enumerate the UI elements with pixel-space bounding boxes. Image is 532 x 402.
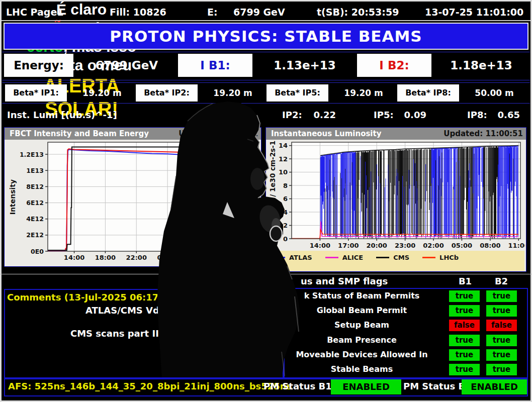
beta-ip2-value: 19.20 m (200, 84, 265, 102)
svg-text:1.2E13: 1.2E13 (20, 151, 44, 158)
energy-short-label: E: (207, 5, 218, 19)
smp-status-badge: true (486, 305, 517, 317)
ip5-value: 0.09 (401, 106, 426, 125)
time-in-stable-beams: t(SB): 20:53:59 (317, 5, 399, 19)
legend-label: LHCb (439, 254, 459, 261)
smp-b1-column-header: B1 (453, 275, 478, 288)
divider (2, 52, 530, 52)
svg-text:14:00: 14:00 (310, 242, 330, 249)
smp-status-badge: true (449, 364, 480, 375)
smp-status-badge: true (486, 335, 517, 346)
svg-text:Intensity: Intensity (9, 179, 17, 215)
energy-value: 6799 GeV (76, 54, 177, 77)
beta-ip1-label-box: Beta* IP1: (5, 84, 67, 102)
ip8-label: IP8: (467, 106, 487, 125)
luminosity-chart-updated: Updated: 11:00:51 (444, 128, 523, 140)
smp-status-badge: true (486, 349, 517, 361)
legend-dash (325, 257, 338, 258)
svg-text:2E12: 2E12 (26, 231, 44, 239)
svg-text:4E12: 4E12 (26, 215, 44, 223)
afs-filling-scheme: AFS: 525ns_146b_144_35_20_8bpi_21inj_800… (8, 378, 292, 394)
beta-ip1-value: 19.20 m (69, 84, 135, 102)
legend-item-lhcb: LHCb (422, 254, 459, 261)
svg-text:0E0: 0E0 (31, 248, 44, 255)
energy-label-box: Energy: (4, 54, 73, 77)
beam-mode-text: PROTON PHYSICS: STABLE BEAMS (5, 24, 527, 49)
smp-b2-column-header: B2 (489, 275, 514, 288)
legend-item-cms: CMS (376, 254, 409, 261)
smp-status-badge: true (449, 305, 480, 317)
pm-status-b2-value: ENABLED (462, 379, 527, 394)
svg-text:02:00: 02:00 (423, 242, 444, 249)
beta-ip5-value: 19.20 m (331, 84, 396, 102)
legend-item-alice: ALICE (325, 254, 364, 261)
legend-dash (422, 257, 435, 258)
svg-text:6E12: 6E12 (26, 199, 44, 207)
pm-status-b1-value: ENABLED (331, 379, 401, 394)
inst-lumi-label: Inst. Lumi [(ub.s)^-1] (7, 106, 117, 125)
page-title: LHC Page1 (6, 5, 64, 19)
thinking-man-silhouette (140, 99, 311, 377)
legend-label: CMS (393, 254, 409, 261)
divider (2, 82, 530, 83)
comments-header: Comments (13-Jul-2025 06:17 (7, 292, 158, 303)
beam1-intensity-value: 1.13e+13 (255, 54, 354, 77)
ip5-label: IP5: (374, 106, 394, 125)
beam1-intensity-label-box: I B1: (178, 54, 252, 77)
beta-ip2-label-box: Beta* IP2: (136, 84, 198, 102)
svg-text:18:00: 18:00 (95, 254, 116, 261)
ip8-value: 0.65 (495, 106, 520, 125)
smp-flags-header: us and SMP flags (301, 275, 388, 288)
lhc-page1-screen: LHC Page1 Fill: 10826 E: 6799 GeV t(SB):… (0, 0, 532, 402)
smp-status-badge: true (486, 290, 517, 302)
smp-status-badge: false (486, 320, 517, 331)
beam2-intensity-label-box: I B2: (357, 54, 431, 77)
fill-number: Fill: 10826 (110, 5, 166, 19)
fbct-chart-title: FBCT Intensity and Beam Energy (10, 128, 149, 140)
beta-ip8-label-box: Beta* IP8: (397, 84, 459, 102)
smp-status-badge: true (449, 335, 480, 346)
energy-short-value: 6799 GeV (233, 5, 285, 19)
pm-status-b1-label: PM Status B1 (263, 378, 332, 394)
datetime: 13-07-25 11:01:00 (425, 5, 523, 19)
legend-label: ALICE (342, 254, 364, 261)
beta-ip8-value: 50.00 m (462, 84, 527, 102)
svg-text:8E12: 8E12 (26, 183, 44, 190)
svg-text:1E13: 1E13 (26, 167, 44, 174)
svg-text:11:00: 11:00 (508, 242, 525, 249)
wrist-watch (270, 226, 282, 241)
beam-mode-banner: PROTON PHYSICS: STABLE BEAMS (4, 23, 528, 50)
topbar-separator (2, 20, 530, 21)
svg-text:23:00: 23:00 (395, 242, 415, 249)
svg-text:17:00: 17:00 (338, 242, 359, 249)
smp-status-badge: false (449, 320, 480, 331)
beam2-intensity-value: 1.18e+13 (434, 54, 528, 77)
smp-status-badge: true (449, 349, 480, 361)
legend-dash (376, 257, 389, 258)
svg-text:14:00: 14:00 (64, 254, 84, 261)
divider (2, 80, 530, 80)
svg-text:05:00: 05:00 (452, 242, 472, 249)
beta-ip5-label-box: Beta* IP5: (267, 84, 328, 102)
svg-text:08:00: 08:00 (480, 242, 500, 249)
svg-text:20:00: 20:00 (367, 242, 387, 249)
ip2-value: 0.22 (311, 106, 336, 125)
smp-status-badge: true (449, 290, 480, 302)
smp-status-badge: true (486, 364, 517, 375)
